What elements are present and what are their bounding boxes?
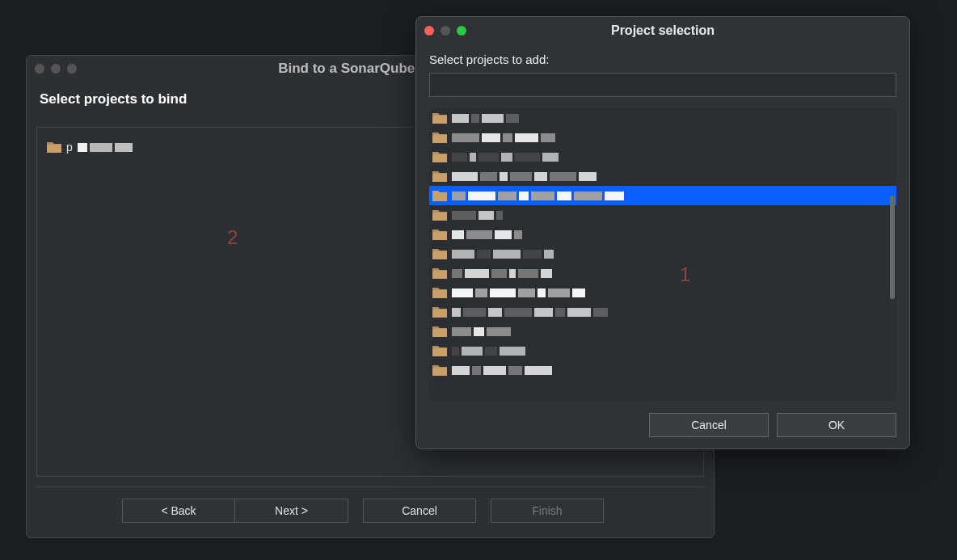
redacted-text — [452, 172, 597, 181]
redacted-text — [452, 288, 585, 297]
traffic-lights — [424, 26, 466, 36]
cancel-button[interactable]: Cancel — [649, 413, 769, 437]
folder-icon — [432, 190, 447, 201]
redacted-text — [452, 347, 525, 356]
folder-icon — [432, 287, 447, 298]
list-item[interactable] — [429, 302, 896, 322]
folder-icon — [432, 248, 447, 259]
redacted-text — [78, 143, 133, 152]
dialog-title: Project selection — [416, 23, 909, 38]
folder-icon — [432, 345, 447, 356]
redacted-text — [452, 133, 555, 142]
ok-button[interactable]: OK — [777, 413, 896, 437]
folder-icon — [432, 306, 447, 318]
close-icon[interactable] — [35, 64, 44, 74]
folder-icon — [432, 267, 447, 279]
list-item[interactable] — [429, 108, 896, 128]
list-item[interactable] — [429, 128, 896, 147]
traffic-lights — [35, 64, 77, 74]
wizard-footer: < Back Next > Cancel Finish — [36, 486, 704, 537]
folder-icon — [432, 132, 447, 143]
dialog-titlebar: Project selection — [416, 17, 909, 44]
redacted-text — [452, 250, 554, 259]
list-item[interactable] — [429, 225, 896, 244]
redacted-text — [452, 269, 552, 278]
list-item[interactable] — [429, 322, 896, 341]
redacted-text — [452, 211, 503, 220]
list-item[interactable] — [429, 244, 896, 263]
minimize-icon[interactable] — [51, 64, 61, 74]
list-item[interactable] — [429, 147, 896, 166]
redacted-text — [452, 366, 552, 375]
cancel-button[interactable]: Cancel — [363, 499, 476, 523]
maximize-icon[interactable] — [457, 26, 466, 36]
redacted-text — [452, 114, 519, 123]
minimize-icon[interactable] — [441, 26, 450, 36]
list-item[interactable] — [429, 360, 896, 380]
list-item[interactable] — [429, 341, 896, 360]
back-button[interactable]: < Back — [122, 499, 235, 523]
folder-icon — [432, 171, 447, 182]
redacted-text — [452, 192, 624, 200]
project-list[interactable]: 1 — [429, 108, 896, 400]
annotation-1: 1 — [680, 263, 690, 286]
list-item[interactable] — [429, 166, 896, 186]
folder-icon — [432, 112, 447, 124]
folder-icon — [432, 326, 447, 337]
dialog-body: Select projects to add: 1 — [416, 44, 909, 403]
list-item[interactable] — [429, 205, 896, 225]
redacted-text — [452, 308, 608, 317]
folder-icon — [432, 209, 447, 221]
redacted-text — [452, 230, 522, 239]
redacted-text — [452, 153, 559, 162]
folder-icon — [432, 364, 447, 376]
list-item[interactable] — [429, 283, 896, 302]
close-icon[interactable] — [424, 26, 434, 36]
folder-icon — [432, 151, 447, 162]
scrollbar-thumb[interactable] — [890, 196, 895, 299]
list-item[interactable] — [429, 186, 896, 205]
project-selection-dialog: Project selection Select projects to add… — [415, 16, 910, 449]
folder-icon — [47, 141, 61, 153]
dialog-label: Select projects to add: — [429, 53, 896, 66]
next-button[interactable]: Next > — [235, 499, 348, 523]
search-input[interactable] — [429, 73, 896, 97]
list-item-label: p — [66, 141, 73, 154]
maximize-icon[interactable] — [67, 64, 77, 74]
finish-button: Finish — [491, 499, 604, 523]
folder-icon — [432, 229, 447, 240]
dialog-footer: Cancel OK — [416, 403, 909, 448]
redacted-text — [452, 327, 511, 336]
list-item[interactable] — [429, 263, 896, 283]
annotation-2: 2 — [227, 226, 238, 249]
